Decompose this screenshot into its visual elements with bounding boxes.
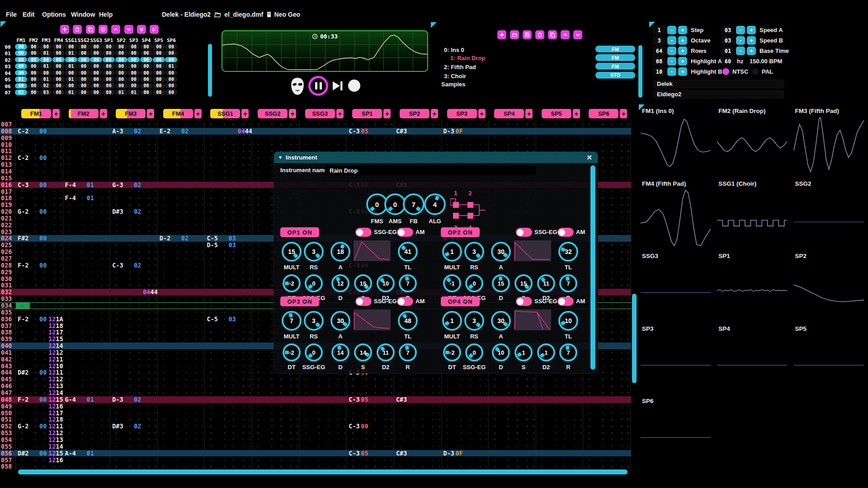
- pattern-cell[interactable]: F-200121A: [16, 316, 63, 323]
- channel-add-effect-button[interactable]: +: [241, 109, 249, 118]
- pattern-cell[interactable]: 1212: [16, 349, 63, 356]
- knob-d2[interactable]: 1: [537, 343, 555, 361]
- pattern-cell[interactable]: [442, 463, 489, 470]
- order-cell[interactable]: 00: [165, 89, 177, 95]
- pattern-cell[interactable]: [16, 222, 63, 229]
- pattern-cell[interactable]: G-302: [110, 182, 158, 188]
- pattern-cell[interactable]: [583, 403, 631, 410]
- pattern-cell[interactable]: A-401: [63, 450, 111, 457]
- instruments-scrollbar[interactable]: [638, 45, 642, 98]
- pattern-cell[interactable]: 1217: [16, 410, 63, 417]
- order-cell[interactable]: 00: [52, 76, 65, 82]
- add-icon[interactable]: [497, 30, 506, 39]
- speed-a-value[interactable]: 03: [722, 26, 734, 34]
- order-cell[interactable]: 00: [165, 44, 177, 50]
- pattern-cell[interactable]: [110, 457, 158, 464]
- pattern-cell[interactable]: [442, 389, 489, 396]
- pattern-cell[interactable]: C-503: [205, 316, 252, 323]
- knob-rs[interactable]: 3: [464, 311, 484, 331]
- speed-b-increase-button[interactable]: +: [747, 36, 756, 45]
- pattern-cell[interactable]: [205, 282, 252, 289]
- order-cell[interactable]: 01: [15, 76, 27, 82]
- pal-radio[interactable]: [752, 68, 759, 75]
- pattern-cell[interactable]: [110, 188, 158, 195]
- pattern-cell[interactable]: [158, 242, 205, 249]
- octave-value[interactable]: 3: [653, 36, 665, 45]
- pattern-cell[interactable]: [489, 121, 536, 128]
- pattern-cell[interactable]: [16, 249, 63, 255]
- pattern-cell[interactable]: [300, 383, 347, 389]
- pattern-cell[interactable]: 1216: [16, 403, 63, 410]
- order-cell[interactable]: 00: [103, 89, 115, 95]
- order-cell[interactable]: 00: [65, 70, 77, 76]
- order-cell[interactable]: 00: [140, 83, 152, 89]
- order-cell[interactable]: 00: [90, 50, 102, 56]
- order-cell[interactable]: 00: [115, 50, 127, 56]
- pattern-cell[interactable]: [158, 269, 205, 276]
- op4-enable-button[interactable]: OP4 ON: [441, 296, 480, 306]
- channel-header-sp2[interactable]: SP2: [400, 109, 429, 118]
- pattern-cell[interactable]: [252, 121, 300, 128]
- order-cell[interactable]: 00: [90, 70, 102, 76]
- pattern-cell[interactable]: [158, 356, 205, 363]
- pattern-cell[interactable]: C#3: [394, 128, 442, 135]
- op2-enable-button[interactable]: OP2 ON: [441, 227, 480, 237]
- pattern-cell[interactable]: [347, 436, 394, 443]
- pattern-cell[interactable]: [16, 195, 63, 202]
- pattern-cell[interactable]: [536, 389, 584, 396]
- pattern-cell[interactable]: C#3: [394, 450, 442, 457]
- order-cell[interactable]: 00: [28, 63, 40, 69]
- orders-scrollbar[interactable]: [208, 44, 212, 97]
- menu-item-help[interactable]: Help: [99, 11, 113, 18]
- step-increase-button[interactable]: +: [678, 26, 687, 34]
- pattern-cell[interactable]: [394, 135, 442, 141]
- pattern-cell[interactable]: [16, 303, 63, 309]
- order-cell[interactable]: 00: [153, 76, 165, 82]
- pattern-cell[interactable]: [394, 457, 442, 464]
- order-cell[interactable]: 00: [90, 83, 102, 89]
- order-cell[interactable]: 03: [40, 89, 52, 95]
- pattern-cell[interactable]: [63, 188, 111, 195]
- pattern-cell[interactable]: [158, 188, 205, 195]
- pattern-cell[interactable]: [158, 255, 205, 262]
- knob-a[interactable]: 30: [491, 311, 511, 331]
- pattern-cell[interactable]: [158, 349, 205, 356]
- channel-add-effect-button[interactable]: +: [525, 109, 533, 118]
- pattern-cell[interactable]: [158, 450, 205, 457]
- knob-rs[interactable]: 3: [304, 242, 324, 262]
- pattern-cell[interactable]: [489, 389, 536, 396]
- pattern-cell[interactable]: [442, 396, 489, 403]
- pattern-cell[interactable]: [110, 202, 158, 208]
- pattern-cell[interactable]: D-202: [158, 235, 205, 242]
- order-cell[interactable]: 00: [52, 83, 65, 89]
- pattern-cell[interactable]: [63, 416, 111, 423]
- order-cell[interactable]: 00: [52, 44, 65, 50]
- order-cell[interactable]: 00: [153, 57, 165, 63]
- order-cell[interactable]: 00: [140, 50, 152, 56]
- base-time-decrease-button[interactable]: -: [736, 47, 745, 55]
- pattern-cell[interactable]: [63, 316, 111, 323]
- pattern-cell[interactable]: [110, 229, 158, 235]
- order-cell[interactable]: 00: [127, 44, 140, 50]
- order-cell[interactable]: 00: [78, 50, 90, 56]
- pattern-cell[interactable]: [158, 416, 205, 423]
- order-cell[interactable]: 00: [103, 44, 115, 50]
- order-cell[interactable]: 00: [153, 44, 165, 50]
- pattern-cell[interactable]: [63, 175, 111, 182]
- channel-add-effect-button[interactable]: +: [620, 109, 627, 118]
- pattern-cell[interactable]: [205, 403, 252, 410]
- pattern-cell[interactable]: [442, 376, 489, 383]
- base-time-increase-button[interactable]: +: [747, 47, 756, 55]
- pattern-cell[interactable]: [394, 443, 442, 450]
- pattern-cell[interactable]: [394, 376, 442, 383]
- order-cell[interactable]: 00: [127, 63, 140, 69]
- order-cell[interactable]: 00: [15, 44, 27, 50]
- pattern-cell[interactable]: [110, 343, 158, 349]
- order-cell[interactable]: 01: [40, 76, 52, 82]
- pattern-cell[interactable]: [110, 175, 158, 182]
- pattern-cell[interactable]: [252, 463, 300, 470]
- folder-open-icon[interactable]: [510, 30, 519, 39]
- pattern-row[interactable]: 0531212: [0, 430, 631, 436]
- pattern-cell[interactable]: [110, 336, 158, 343]
- pattern-cell[interactable]: [536, 403, 584, 410]
